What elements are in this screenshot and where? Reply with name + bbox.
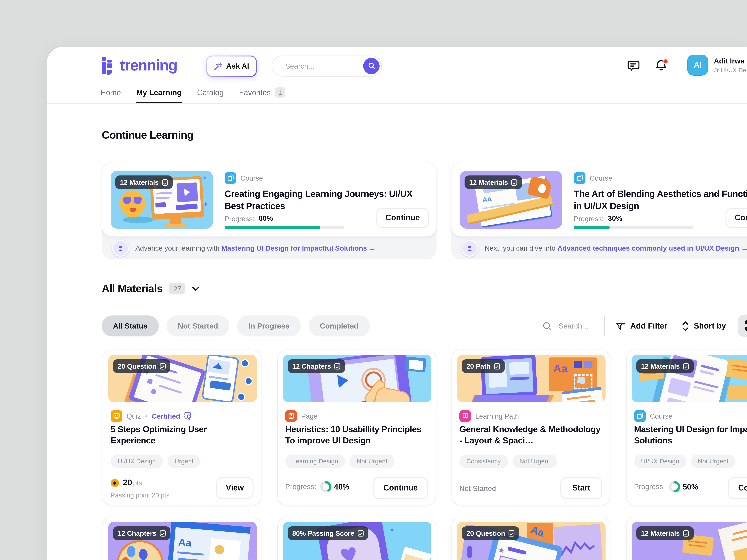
nav-tab-my-learning[interactable]: My Learning: [136, 83, 182, 104]
clipboard-icon: [334, 363, 340, 370]
course-type-icon: [574, 172, 586, 184]
trenning-logo-icon: [100, 56, 118, 77]
course-illustration: Aa 12 Materials: [632, 355, 747, 402]
filter-not-started[interactable]: Not Started: [166, 316, 229, 337]
material-card[interactable]: Aa 20 Question: [452, 516, 610, 560]
material-card[interactable]: Aa 12 Chapters: [103, 516, 261, 560]
question-illustration: Aa 20 Question: [457, 522, 606, 560]
course-card[interactable]: Aa 12 Materials Course The Art of Blendi…: [451, 162, 747, 237]
learning-path-illustration: Aa 20 Path: [457, 355, 606, 402]
progress-value: 40%: [334, 482, 350, 491]
progress-ring: [669, 481, 681, 493]
chapter-count-badge: 12 Chapters: [288, 359, 345, 373]
notifications-button[interactable]: [654, 58, 669, 73]
add-filter-button[interactable]: Add Filter: [615, 316, 667, 337]
user-name: Adit Irwa: [714, 57, 744, 65]
nav-tab-favorites[interactable]: Favorites 1: [239, 83, 285, 104]
messages-button[interactable]: [626, 58, 641, 73]
materials-search: [542, 316, 599, 337]
clipboard-icon: [358, 530, 364, 537]
clipboard-icon: [162, 179, 168, 186]
material-type: Learning Path: [475, 412, 519, 420]
path-count-badge: 20 Path: [462, 359, 505, 373]
sort-arrows-icon: [681, 320, 689, 331]
course-title: The Art of Blending Aesthetics and Funct…: [574, 188, 747, 212]
ask-ai-label: Ask AI: [226, 62, 249, 71]
material-title: General Knowledge & Methodology - Layout…: [459, 424, 603, 446]
material-card[interactable]: Aa 20 Path Learning Path General Knowled…: [452, 349, 610, 505]
progress-label: Progress:: [225, 215, 255, 222]
user-role: Jr UI/UX De: [714, 67, 746, 74]
passing-score-illustration: ♥ ♥ ✦ ✦ 80% Passing Score: [283, 522, 431, 560]
sort-button[interactable]: Short by: [681, 316, 726, 337]
filter-icon: [615, 321, 626, 331]
main-nav: Home My Learning Catalog Favorites 1: [100, 83, 285, 104]
question-count-badge: 20 Question: [462, 526, 519, 540]
learning-path-type-icon: [459, 410, 471, 422]
clipboard-icon: [683, 530, 689, 537]
material-type: Quiz: [127, 412, 141, 420]
all-materials-header: All Materials 27: [102, 282, 200, 295]
continue-learning-title: Continue Learning: [102, 129, 194, 141]
materials-count-badge: 12 Materials: [636, 359, 694, 373]
arrow-right-icon[interactable]: →: [741, 244, 747, 252]
tag: Consistancy: [459, 455, 508, 468]
progress-value: 50%: [683, 482, 698, 491]
material-title: Heuristics: 10 Usabillity Principles To …: [285, 424, 429, 446]
search-icon: [368, 62, 375, 70]
chapter-count-badge: 12 Chapters: [113, 526, 171, 540]
filter-in-progress[interactable]: In Progress: [237, 316, 301, 337]
progress-label: Progress:: [634, 483, 665, 491]
passing-point: Passing point 20 pts: [111, 491, 170, 499]
view-button[interactable]: View: [216, 477, 254, 499]
materials-search-input[interactable]: [558, 321, 599, 331]
materials-count-badge: 12 Materials: [115, 176, 173, 189]
recommendation-bar: Advance your learning with Mastering UI …: [102, 237, 437, 260]
chapters-illustration: Aa 12 Chapters: [108, 522, 257, 560]
material-card[interactable]: 12 Chapters Page Heuristics: 10 Usabilli…: [277, 349, 436, 505]
clipboard-icon: [509, 530, 515, 537]
material-type: Course: [650, 412, 672, 420]
notification-dot: [663, 58, 669, 64]
question-count-badge: 20 Question: [113, 359, 171, 373]
search-submit-button[interactable]: [363, 58, 380, 74]
recommendation-link[interactable]: Mastering UI Design for Impactful Soluti…: [222, 244, 367, 252]
start-button[interactable]: Start: [560, 477, 602, 499]
material-card[interactable]: 12 Materials: [626, 516, 747, 560]
continue-button[interactable]: Continue: [725, 208, 747, 228]
progress-bar: [574, 226, 693, 229]
clipboard-icon: [683, 363, 689, 370]
avatar[interactable]: AI: [687, 55, 708, 76]
recommendation-link[interactable]: Advanced techniques commonly used in UI/…: [558, 244, 739, 252]
filter-all-status[interactable]: All Status: [102, 316, 159, 337]
material-card[interactable]: 20 Question Quiz • Certified 5 Steps Opt…: [103, 349, 261, 505]
material-card[interactable]: Aa 12 Materials Course Mastering UI Desi…: [626, 349, 747, 505]
material-type: Course: [240, 174, 263, 182]
nav-tab-home[interactable]: Home: [100, 83, 121, 104]
continue-button[interactable]: Continue: [728, 477, 747, 499]
clipboard-icon: [160, 530, 166, 537]
magic-wand-icon: [214, 62, 223, 71]
view-toggle-button[interactable]: [738, 315, 747, 337]
materials-count-badge: 12 Materials: [636, 526, 694, 540]
mentor-avatar-icon: [112, 240, 129, 257]
chevron-down-icon[interactable]: [192, 286, 200, 291]
recommendation-text: Advance your learning with: [135, 244, 220, 252]
course-card[interactable]: Aa ✦ ✦ 12 Materials Course: [102, 162, 437, 237]
tag-list: UI/UX Design Not Urgent: [634, 455, 735, 468]
continue-button[interactable]: Continue: [376, 208, 429, 228]
tag: Not Urgent: [691, 455, 735, 468]
continue-button[interactable]: Continue: [373, 477, 428, 499]
progress-value: 80%: [259, 214, 273, 222]
material-card[interactable]: ♥ ♥ ✦ ✦ 80% Passing Score: [277, 516, 436, 560]
header-search-input[interactable]: [284, 61, 356, 71]
nav-tab-catalog[interactable]: Catalog: [197, 83, 224, 104]
status-filter-group: All Status Not Started In Progress Compl…: [102, 316, 369, 337]
progress-value: 30%: [608, 214, 622, 222]
ask-ai-button[interactable]: Ask AI: [206, 56, 257, 77]
tag-list: UI/UX Design Urgent: [111, 455, 201, 468]
filter-completed[interactable]: Completed: [309, 316, 369, 337]
header-search: [272, 56, 382, 77]
favorites-label: Favorites: [239, 88, 271, 97]
arrow-right-icon[interactable]: →: [369, 244, 376, 252]
